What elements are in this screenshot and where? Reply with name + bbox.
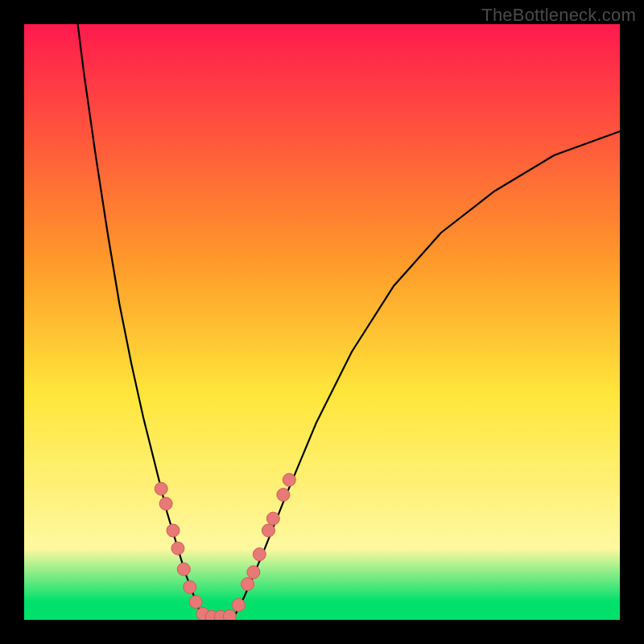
data-marker [177, 563, 190, 576]
plot-area [24, 24, 620, 620]
data-marker [277, 489, 290, 502]
data-marker [189, 596, 202, 609]
bottleneck-chart [24, 24, 620, 620]
data-marker [242, 578, 254, 591]
data-marker [247, 566, 260, 579]
data-marker [262, 524, 275, 537]
data-marker [223, 610, 236, 620]
data-marker [171, 542, 184, 555]
data-marker [155, 482, 167, 495]
data-marker [232, 599, 245, 612]
gradient-background [24, 24, 620, 620]
data-marker [266, 512, 279, 525]
data-marker [283, 473, 295, 486]
watermark-text: TheBottleneck.com [481, 5, 636, 26]
chart-frame: { "watermark": "TheBottleneck.com", "col… [0, 0, 644, 644]
data-marker [167, 524, 180, 537]
data-marker [184, 580, 196, 593]
data-marker [253, 548, 266, 561]
data-marker [159, 497, 172, 510]
